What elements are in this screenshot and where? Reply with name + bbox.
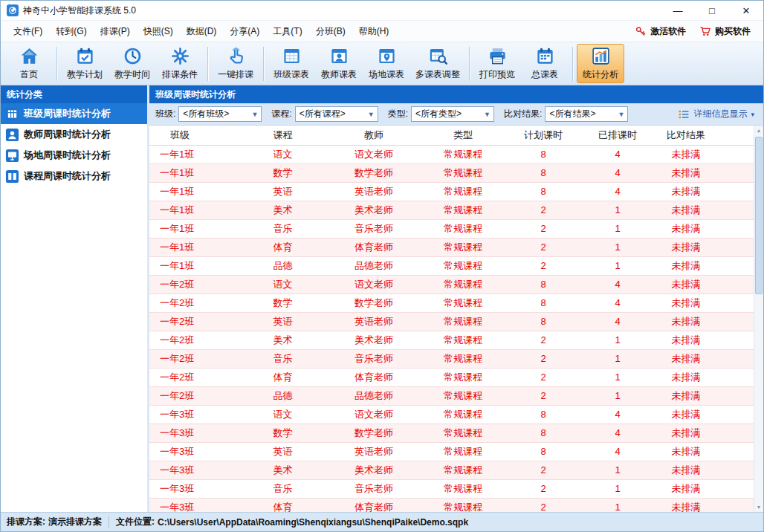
menu-item-4[interactable]: 快照(S) xyxy=(137,21,180,42)
column-header-3[interactable]: 教师 xyxy=(329,126,418,145)
column-header-7[interactable]: 比对结果 xyxy=(656,126,716,145)
toolbar-button-1[interactable]: 首页 xyxy=(5,44,53,83)
toolbar-button-8[interactable]: 场地课表 xyxy=(363,44,410,83)
table-row[interactable]: 一年2班音乐音乐老师常规课程21未排满 xyxy=(149,349,754,368)
sidebar-item-3[interactable]: 场地周课时统计分析 xyxy=(1,145,147,166)
cell-filler xyxy=(716,498,754,512)
table-row[interactable]: 一年3班体育体育老师常规课程21未排满 xyxy=(149,498,754,512)
cell: 未排满 xyxy=(656,331,716,349)
cell: 未排满 xyxy=(656,479,716,498)
toolbar-button-4[interactable]: 排课条件 xyxy=(156,44,204,83)
menu-item-8[interactable]: 分班(B) xyxy=(309,21,352,42)
toolbar-button-6[interactable]: 班级课表 xyxy=(268,44,315,83)
menu-actions: 激活软件购买软件 xyxy=(628,25,757,38)
detail-info-toggle[interactable]: 详细信息显示 ▾ xyxy=(678,108,757,120)
table-row[interactable]: 一年1班体育体育老师常规课程21未排满 xyxy=(149,238,754,256)
table-row[interactable]: 一年2班品德品德老师常规课程21未排满 xyxy=(149,386,754,405)
table-row[interactable]: 一年3班英语英语老师常规课程84未排满 xyxy=(149,442,754,461)
column-header-1[interactable]: 班级 xyxy=(149,126,236,145)
menu-item-6[interactable]: 分享(A) xyxy=(223,21,266,42)
menu-item-7[interactable]: 工具(T) xyxy=(266,21,308,42)
menu-item-3[interactable]: 排课(P) xyxy=(94,21,137,42)
teaching-time-icon xyxy=(123,46,143,66)
sidebar-header: 统计分类 xyxy=(1,85,147,103)
content: 统计分类 班级周课时统计分析教师周课时统计分析场地周课时统计分析课程周课时统计分… xyxy=(1,85,763,512)
cell-filler xyxy=(716,461,754,479)
sidebar-item-1[interactable]: 班级周课时统计分析 xyxy=(1,103,147,124)
scrollbar-thumb[interactable] xyxy=(755,137,763,294)
column-header-4[interactable]: 类型 xyxy=(418,126,508,145)
table-row[interactable]: 一年2班数学数学老师常规课程84未排满 xyxy=(149,293,754,312)
menu-item-5[interactable]: 数据(D) xyxy=(180,21,224,42)
vertical-scrollbar[interactable]: ▲ ▼ xyxy=(754,126,763,512)
sidebar-item-2[interactable]: 教师周课时统计分析 xyxy=(1,124,147,145)
toolbar-button-11[interactable]: 总课表 xyxy=(521,44,569,83)
cell-filler xyxy=(716,386,754,405)
table-row[interactable]: 一年3班数学数学老师常规课程84未排满 xyxy=(149,424,754,442)
table-row[interactable]: 一年3班语文语文老师常规课程84未排满 xyxy=(149,405,754,424)
cell: 4 xyxy=(579,145,656,163)
table-row[interactable]: 一年3班美术美术老师常规课程21未排满 xyxy=(149,461,754,479)
column-header-6[interactable]: 已排课时 xyxy=(579,126,656,145)
toolbar-button-10[interactable]: 打印预览 xyxy=(473,44,521,83)
column-header-5[interactable]: 计划课时 xyxy=(508,126,579,145)
cell: 一年1班 xyxy=(149,182,236,201)
menu-action-label: 激活软件 xyxy=(650,25,686,38)
cell: 一年3班 xyxy=(149,479,236,498)
table-row[interactable]: 一年1班数学数学老师常规课程84未排满 xyxy=(149,163,754,182)
stats-analysis-icon xyxy=(591,46,611,66)
table-row[interactable]: 一年2班英语英语老师常规课程84未排满 xyxy=(149,312,754,331)
filter-course-select[interactable]: <所有课程>▼ xyxy=(295,106,378,122)
table-row[interactable]: 一年2班体育体育老师常规课程21未排满 xyxy=(149,368,754,386)
filter-type-select[interactable]: <所有类型>▼ xyxy=(411,106,494,122)
cell: 一年1班 xyxy=(149,256,236,275)
cell-filler xyxy=(716,163,754,182)
scroll-down-icon[interactable]: ▼ xyxy=(754,502,763,512)
close-button[interactable]: ✕ xyxy=(729,1,763,20)
column-header-filler xyxy=(716,126,754,145)
menu-item-1[interactable]: 文件(F) xyxy=(7,21,49,42)
buy-software-button[interactable]: 购买软件 xyxy=(693,25,757,38)
table-row[interactable]: 一年3班音乐音乐老师常规课程21未排满 xyxy=(149,479,754,498)
file-location-label: 文件位置: xyxy=(116,516,155,528)
table-row[interactable]: 一年1班音乐音乐老师常规课程21未排满 xyxy=(149,219,754,238)
menu-item-9[interactable]: 帮助(H) xyxy=(352,21,396,42)
column-header-2[interactable]: 课程 xyxy=(236,126,329,145)
cell-filler xyxy=(716,312,754,331)
cell: 一年1班 xyxy=(149,145,236,163)
menubar: 文件(F)转到(G)排课(P)快照(S)数据(D)分享(A)工具(T)分班(B)… xyxy=(1,20,763,42)
activate-software-button[interactable]: 激活软件 xyxy=(628,25,693,38)
table-row[interactable]: 一年1班语文语文老师常规课程84未排满 xyxy=(149,145,754,163)
toolbar-button-7[interactable]: 教师课表 xyxy=(315,44,363,83)
cell: 未排满 xyxy=(656,275,716,293)
toolbar-button-9[interactable]: 多课表调整 xyxy=(410,44,465,83)
table-row[interactable]: 一年1班英语英语老师常规课程84未排满 xyxy=(149,182,754,201)
cell: 2 xyxy=(508,219,579,238)
toolbar-button-3[interactable]: 教学时间 xyxy=(109,44,156,83)
table-row[interactable]: 一年1班美术美术老师常规课程21未排满 xyxy=(149,201,754,219)
sidebar-item-4[interactable]: 课程周课时统计分析 xyxy=(1,166,147,186)
cell: 2 xyxy=(508,386,579,405)
filter-result-select[interactable]: <所有结果>▼ xyxy=(545,106,628,122)
statusbar-separator xyxy=(109,516,109,528)
table-row[interactable]: 一年2班美术美术老师常规课程21未排满 xyxy=(149,331,754,349)
filter-label: 课程: xyxy=(271,108,291,120)
menu-item-2[interactable]: 转到(G) xyxy=(49,21,93,42)
cell: 未排满 xyxy=(656,293,716,312)
filter-label: 比对结果: xyxy=(504,108,542,120)
home-icon xyxy=(19,46,39,66)
toolbar-button-5[interactable]: 一键排课 xyxy=(212,44,259,83)
cell: 1 xyxy=(579,461,656,479)
maximize-button[interactable]: □ xyxy=(695,1,729,20)
cell: 常规课程 xyxy=(418,368,508,386)
toolbar-button-2[interactable]: 教学计划 xyxy=(61,44,109,83)
minimize-button[interactable]: — xyxy=(661,1,695,20)
scroll-up-icon[interactable]: ▲ xyxy=(754,126,763,135)
table-row[interactable]: 一年2班语文语文老师常规课程84未排满 xyxy=(149,275,754,293)
teacher-schedule-icon xyxy=(329,46,349,66)
course-stats-icon xyxy=(5,169,19,184)
venue-schedule-icon xyxy=(377,46,397,66)
table-row[interactable]: 一年1班品德品德老师常规课程21未排满 xyxy=(149,256,754,275)
filter-class-select[interactable]: <所有班级>▼ xyxy=(178,106,262,122)
toolbar-button-12[interactable]: 统计分析 xyxy=(577,44,624,83)
